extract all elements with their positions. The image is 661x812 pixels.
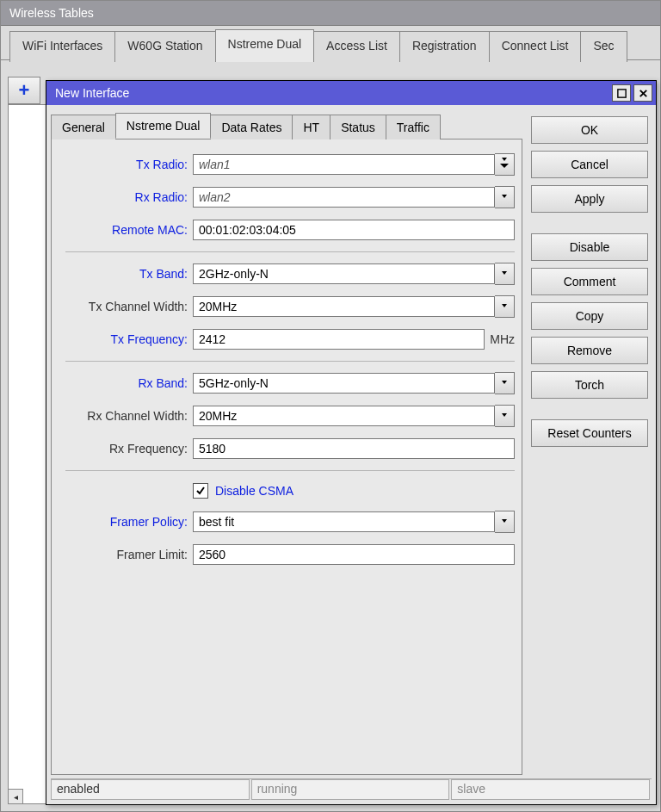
tx-freq-label: Tx Frequency: <box>59 332 193 346</box>
framer-policy-label: Framer Policy: <box>59 515 193 529</box>
rx-chanw-input[interactable] <box>193 406 495 426</box>
dialog-title-text: New Interface <box>55 86 129 100</box>
svg-marker-10 <box>502 413 507 417</box>
comment-button[interactable]: Comment <box>531 268 648 295</box>
tab-access-list[interactable]: Access List <box>313 31 400 62</box>
dialog-tab-traffic[interactable]: Traffic <box>386 115 441 139</box>
rx-band-label: Rx Band: <box>59 376 193 390</box>
status-running: running <box>251 779 450 800</box>
rx-chanw-label: Rx Channel Width: <box>59 409 193 423</box>
remove-button[interactable]: Remove <box>531 337 648 364</box>
dialog-tab-nstreme-dual[interactable]: Nstreme Dual <box>115 113 212 139</box>
tab-wifi-interfaces[interactable]: WiFi Interfaces <box>9 31 115 62</box>
svg-marker-9 <box>502 381 507 384</box>
rx-freq-label: Rx Frequency: <box>59 442 193 456</box>
reset-counters-button[interactable]: Reset Counters <box>531 419 648 447</box>
apply-button[interactable]: Apply <box>531 185 648 213</box>
rx-radio-label: Rx Radio: <box>59 190 193 204</box>
dialog-tab-ht[interactable]: HT <box>292 115 330 139</box>
svg-marker-5 <box>502 158 507 161</box>
status-enabled: enabled <box>51 779 250 800</box>
copy-button[interactable]: Copy <box>531 302 648 330</box>
svg-marker-7 <box>502 271 507 275</box>
framer-policy-dropdown-icon[interactable] <box>495 511 515 533</box>
dialog-title-bar[interactable]: New Interface <box>46 81 656 105</box>
svg-rect-0 <box>617 89 625 96</box>
remote-mac-label: Remote MAC: <box>59 223 193 237</box>
outer-window-title: Wireless Tables <box>1 1 660 26</box>
cancel-button[interactable]: Cancel <box>531 151 648 178</box>
tab-w60g-station[interactable]: W60G Station <box>114 31 215 62</box>
disable-csma-checkbox[interactable] <box>193 483 208 499</box>
rx-radio-input[interactable] <box>193 187 495 208</box>
framer-limit-label: Framer Limit: <box>59 548 193 561</box>
form-block: Tx Radio: Rx Radio: <box>51 139 522 775</box>
svg-marker-8 <box>502 304 507 307</box>
tx-chanw-input[interactable] <box>193 296 495 317</box>
dialog-tab-general[interactable]: General <box>51 115 116 139</box>
dialog-tab-status[interactable]: Status <box>330 115 386 139</box>
scroll-left-icon[interactable]: ◂ <box>8 789 23 804</box>
ok-button[interactable]: OK <box>531 116 648 144</box>
rx-band-dropdown-icon[interactable] <box>495 372 515 394</box>
outer-tabs: WiFi Interfaces W60G Station Nstreme Dua… <box>1 26 660 60</box>
tx-radio-label: Tx Radio: <box>59 158 193 171</box>
rx-band-input[interactable] <box>193 373 495 394</box>
disable-csma-label: Disable CSMA <box>215 484 293 498</box>
tx-radio-dropdown-icon[interactable] <box>495 153 515 176</box>
tx-band-label: Tx Band: <box>59 267 193 281</box>
status-bar: enabled running slave <box>51 778 652 800</box>
tx-freq-unit: MHz <box>490 332 515 346</box>
framer-policy-input[interactable] <box>193 511 495 532</box>
svg-marker-6 <box>502 195 507 198</box>
remote-mac-input[interactable] <box>193 220 515 240</box>
tab-nstreme-dual[interactable]: Nstreme Dual <box>215 29 315 62</box>
tx-freq-input[interactable] <box>193 329 485 350</box>
rx-radio-dropdown-icon[interactable] <box>495 186 515 208</box>
tx-chanw-dropdown-icon[interactable] <box>495 295 515 318</box>
disable-button[interactable]: Disable <box>531 233 648 261</box>
rx-freq-input[interactable] <box>193 438 515 459</box>
tab-security[interactable]: Sec <box>580 31 627 62</box>
tx-band-dropdown-icon[interactable] <box>495 263 515 285</box>
tx-chanw-label: Tx Channel Width: <box>59 300 193 313</box>
framer-limit-input[interactable] <box>193 544 515 565</box>
svg-marker-11 <box>502 519 507 523</box>
status-slave: slave <box>451 779 650 800</box>
side-buttons: OK Cancel Apply Disable Comment Copy Rem… <box>522 109 652 775</box>
torch-button[interactable]: Torch <box>531 371 648 399</box>
tx-band-input[interactable] <box>193 263 495 284</box>
close-icon[interactable] <box>633 84 652 102</box>
tab-registration[interactable]: Registration <box>399 31 490 62</box>
maximize-icon[interactable] <box>612 84 631 102</box>
add-button[interactable]: + <box>8 77 40 104</box>
rx-chanw-dropdown-icon[interactable] <box>495 405 515 427</box>
tab-connect-list[interactable]: Connect List <box>489 31 582 62</box>
new-interface-dialog: New Interface General Nstreme Dual Data … <box>46 80 657 805</box>
dialog-tabs: General Nstreme Dual Data Rates HT Statu… <box>51 109 522 139</box>
dialog-tab-data-rates[interactable]: Data Rates <box>210 115 293 139</box>
tx-radio-input[interactable] <box>193 154 495 175</box>
